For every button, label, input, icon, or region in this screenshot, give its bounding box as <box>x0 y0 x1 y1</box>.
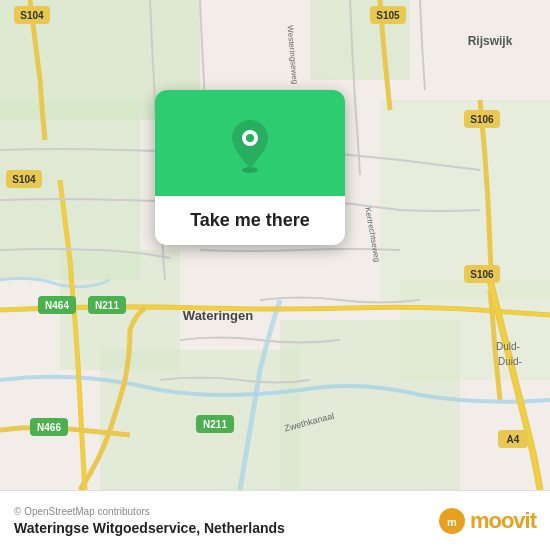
moovit-text: moovit <box>470 508 536 534</box>
moovit-logo-icon: m <box>438 507 466 535</box>
svg-text:Duld-: Duld- <box>496 341 520 352</box>
svg-text:m: m <box>447 516 457 528</box>
svg-text:A4: A4 <box>507 434 520 445</box>
svg-text:Duid-: Duid- <box>498 356 522 367</box>
map-background: N211 N211 N464 N466 S104 S104 S105 S106 … <box>0 0 550 490</box>
svg-text:N466: N466 <box>37 422 61 433</box>
cta-overlay[interactable]: Take me there <box>155 90 345 245</box>
svg-text:N211: N211 <box>95 300 119 311</box>
svg-text:S104: S104 <box>20 10 44 21</box>
svg-text:S104: S104 <box>12 174 36 185</box>
location-pin-icon <box>228 118 272 174</box>
footer: © OpenStreetMap contributors Wateringse … <box>0 490 550 550</box>
footer-info: © OpenStreetMap contributors Wateringse … <box>14 506 285 536</box>
copyright-text: © OpenStreetMap contributors <box>14 506 285 517</box>
svg-text:Wateringen: Wateringen <box>183 308 253 323</box>
moovit-logo: m moovit <box>438 507 536 535</box>
svg-text:Rijswijk: Rijswijk <box>468 34 513 48</box>
svg-rect-7 <box>400 280 550 380</box>
svg-text:S106: S106 <box>470 269 494 280</box>
cta-green-section <box>155 90 345 196</box>
map-container: N211 N211 N464 N466 S104 S104 S105 S106 … <box>0 0 550 490</box>
svg-text:N464: N464 <box>45 300 69 311</box>
svg-text:S105: S105 <box>376 10 400 21</box>
cta-button[interactable]: Take me there <box>172 196 328 245</box>
location-label: Wateringse Witgoedservice, Netherlands <box>14 520 285 536</box>
svg-text:N211: N211 <box>203 419 227 430</box>
svg-point-38 <box>246 134 254 142</box>
svg-text:S106: S106 <box>470 114 494 125</box>
